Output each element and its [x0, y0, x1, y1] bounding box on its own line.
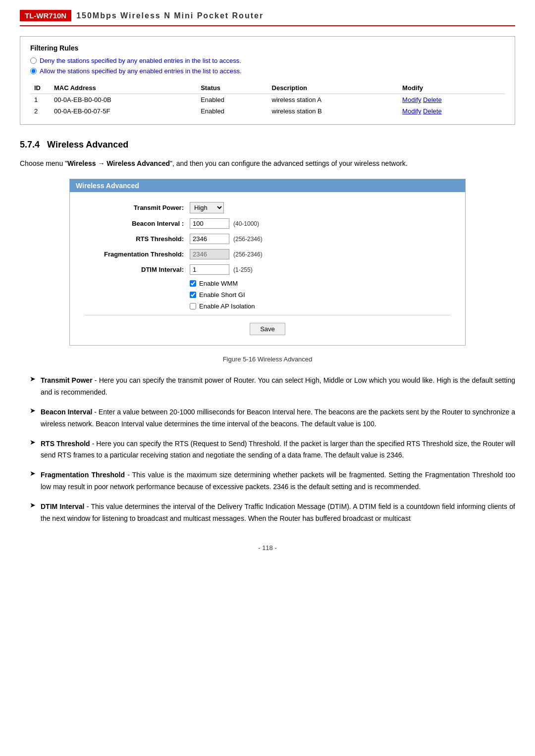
col-description: Description [268, 82, 399, 94]
section-heading: 5.7.4 Wireless Advanced [20, 140, 515, 150]
enable-ap-isolation-label: Enable AP Isolation [199, 302, 255, 310]
list-item: ➤ Beacon Interval - Enter a value betwee… [30, 406, 515, 430]
bullet-arrow: ➤ [30, 375, 36, 383]
beacon-interval-label: Beacon Interval : [85, 220, 184, 227]
intro-paragraph: Choose menu "Wireless → Wireless Advance… [20, 158, 515, 169]
cell-status: Enabled [197, 94, 268, 106]
cell-mac: 00-0A-EB-00-07-5F [50, 105, 197, 117]
cell-status: Enabled [197, 105, 268, 117]
save-row: Save [85, 315, 450, 335]
filtering-rules-title: Filtering Rules [30, 44, 505, 52]
bullet-text: Fragmentation Threshold - This value is … [41, 469, 515, 493]
cell-description: wireless station A [268, 94, 399, 106]
allow-radio[interactable] [30, 68, 37, 74]
beacon-interval-input[interactable] [190, 218, 229, 229]
modify-link[interactable]: Modify [402, 96, 421, 103]
bullet-term: DTIM Interval [41, 503, 84, 510]
section-number: 5.7.4 [20, 140, 40, 150]
wireless-box-body: Transmit Power: High Middle Low Beacon I… [70, 192, 465, 345]
cell-mac: 00-0A-EB-B0-00-0B [50, 94, 197, 106]
list-item: ➤ DTIM Interval - This value determines … [30, 501, 515, 525]
bullet-text: Transmit Power - Here you can specify th… [41, 375, 515, 399]
col-modify: Modify [398, 82, 505, 94]
dtim-interval-label: DTIM Interval: [85, 266, 184, 273]
deny-radio[interactable] [30, 57, 37, 64]
cell-description: wireless station B [268, 105, 399, 117]
bullet-term: RTS Threshold [41, 440, 90, 448]
wireless-box-title: Wireless Advanced [70, 179, 465, 192]
bullet-text: RTS Threshold - Here you can specify the… [41, 438, 515, 462]
bullet-arrow: ➤ [30, 469, 36, 477]
save-button[interactable]: Save [250, 323, 285, 335]
transmit-power-row: Transmit Power: High Middle Low [85, 202, 450, 213]
dtim-interval-input[interactable] [190, 264, 229, 275]
table-row: 1 00-0A-EB-B0-00-0B Enabled wireless sta… [30, 94, 505, 106]
bullet-arrow: ➤ [30, 438, 36, 446]
rts-threshold-label: RTS Threshold: [85, 235, 184, 243]
list-item: ➤ Fragmentation Threshold - This value i… [30, 469, 515, 493]
allow-text: Allow the stations specified by any enab… [40, 67, 242, 75]
enable-short-gi-label: Enable Short GI [199, 291, 245, 299]
cell-id: 2 [30, 105, 50, 117]
enable-wmm-checkbox[interactable] [190, 280, 196, 287]
figure-caption: Figure 5-16 Wireless Advanced [20, 355, 515, 363]
wireless-advanced-box: Wireless Advanced Transmit Power: High M… [69, 179, 466, 346]
beacon-interval-row: Beacon Interval : (40-1000) [85, 218, 450, 229]
col-mac: MAC Address [50, 82, 197, 94]
dtim-interval-row: DTIM Interval: (1-255) [85, 264, 450, 275]
beacon-interval-hint: (40-1000) [233, 220, 259, 227]
rts-threshold-input[interactable] [190, 234, 229, 244]
enable-short-gi-checkbox[interactable] [190, 292, 196, 298]
frag-threshold-input [190, 249, 229, 259]
bullet-term: Fragmentation Threshold [41, 471, 125, 479]
dtim-interval-hint: (1-255) [233, 266, 253, 273]
section-title: Wireless Advanced [47, 140, 128, 150]
table-row: 2 00-0A-EB-00-07-5F Enabled wireless sta… [30, 105, 505, 117]
product-description: 150Mbps Wireless N Mini Pocket Router [76, 11, 264, 20]
model-badge: TL-WR710N [20, 10, 71, 21]
menu-path: Wireless → Wireless Advanced [67, 159, 170, 167]
cell-modify: Modify Delete [398, 105, 505, 117]
bullet-text: Beacon Interval - Enter a value between … [41, 406, 515, 430]
delete-link[interactable]: Delete [423, 96, 442, 103]
enable-wmm-row: Enable WMM [190, 280, 450, 287]
enable-wmm-label: Enable WMM [199, 280, 238, 287]
frag-threshold-hint: (256-2346) [233, 251, 263, 258]
filtering-rules-box: Filtering Rules Deny the stations specif… [20, 36, 515, 125]
bullet-term: Beacon Interval [41, 408, 92, 416]
page-number: - 118 - [20, 544, 515, 552]
enable-short-gi-row: Enable Short GI [190, 291, 450, 299]
delete-link[interactable]: Delete [423, 107, 442, 115]
deny-radio-row: Deny the stations specified by any enabl… [30, 57, 505, 64]
list-item: ➤ Transmit Power - Here you can specify … [30, 375, 515, 399]
deny-text: Deny the stations specified by any enabl… [40, 57, 241, 64]
frag-threshold-label: Fragmentation Threshold: [85, 251, 184, 258]
rts-threshold-hint: (256-2346) [233, 236, 263, 243]
page-header: TL-WR710N 150Mbps Wireless N Mini Pocket… [20, 10, 515, 26]
bullet-text: DTIM Interval - This value determines th… [41, 501, 515, 525]
modify-link[interactable]: Modify [402, 107, 421, 115]
filter-table: ID MAC Address Status Description Modify… [30, 82, 505, 117]
col-status: Status [197, 82, 268, 94]
bullet-list: ➤ Transmit Power - Here you can specify … [30, 375, 515, 524]
transmit-power-label: Transmit Power: [85, 204, 184, 211]
allow-radio-row: Allow the stations specified by any enab… [30, 67, 505, 75]
frag-threshold-row: Fragmentation Threshold: (256-2346) [85, 249, 450, 259]
list-item: ➤ RTS Threshold - Here you can specify t… [30, 438, 515, 462]
bullet-arrow: ➤ [30, 406, 36, 414]
enable-ap-isolation-row: Enable AP Isolation [190, 302, 450, 310]
cell-modify: Modify Delete [398, 94, 505, 106]
col-id: ID [30, 82, 50, 94]
bullet-arrow: ➤ [30, 501, 36, 509]
rts-threshold-row: RTS Threshold: (256-2346) [85, 234, 450, 244]
transmit-power-select[interactable]: High Middle Low [190, 202, 224, 213]
enable-ap-isolation-checkbox[interactable] [190, 303, 196, 309]
bullet-term: Transmit Power [41, 376, 93, 384]
cell-id: 1 [30, 94, 50, 106]
